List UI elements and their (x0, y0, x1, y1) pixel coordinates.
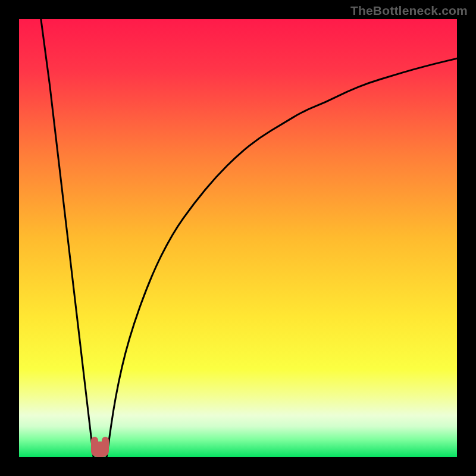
watermark-text: TheBottleneck.com (350, 4, 468, 18)
curve-left (41, 19, 93, 457)
plot-area (19, 19, 457, 457)
curve-right (107, 58, 457, 457)
minimum-marker (91, 441, 109, 457)
chart-frame: TheBottleneck.com (0, 0, 476, 476)
curve-svg (19, 19, 457, 457)
